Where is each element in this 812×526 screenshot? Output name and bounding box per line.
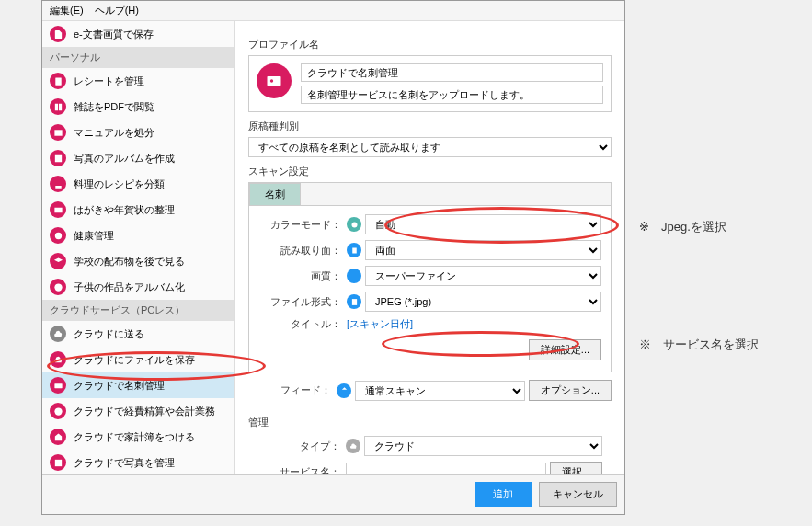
sidebar-item-edoc[interactable]: e-文書画質で保存 bbox=[42, 21, 234, 47]
svg-rect-1 bbox=[54, 207, 62, 212]
recipe-icon bbox=[50, 176, 66, 192]
sidebar-item-label: 写真のアルバムを作成 bbox=[74, 152, 175, 166]
sidebar-item-health[interactable]: 健康管理 bbox=[42, 223, 234, 248]
sidebar-item-cloud-household[interactable]: クラウドで家計簿をつける bbox=[42, 424, 234, 450]
receipt-icon bbox=[50, 73, 66, 89]
doc-type-label: 原稿種判別 bbox=[248, 120, 612, 133]
color-mode-label: カラーモード： bbox=[258, 218, 341, 232]
sidebar-item-label: 子供の作品をアルバム化 bbox=[74, 280, 185, 294]
sidebar-item-label: 学校の配布物を後で見る bbox=[74, 255, 185, 269]
file-format-label: ファイル形式： bbox=[258, 295, 341, 309]
section-personal: パーソナル bbox=[42, 47, 234, 68]
school-icon bbox=[50, 253, 66, 269]
postcard-icon bbox=[50, 201, 66, 218]
sidebar-item-label: クラウドにファイルを保存 bbox=[74, 353, 195, 367]
app-window: 編集(E) ヘルプ(H) e-文書画質で保存 パーソナル レシートを管理 雑誌を… bbox=[41, 0, 625, 515]
svg-point-8 bbox=[270, 79, 273, 82]
sidebar-item-school[interactable]: 学校の配布物を後で見る bbox=[42, 248, 234, 274]
sidebar-item-cloud-file[interactable]: クラウドにファイルを保存 bbox=[42, 347, 234, 372]
sidebar-item-label: クラウドで写真を管理 bbox=[74, 456, 175, 470]
photo-icon bbox=[50, 150, 66, 166]
sidebar-item-manual[interactable]: マニュアルを処分 bbox=[42, 120, 234, 145]
svg-point-2 bbox=[54, 232, 61, 238]
svg-rect-6 bbox=[54, 459, 61, 465]
sidebar-item-label: e-文書画質で保存 bbox=[74, 28, 154, 41]
manage-label: 管理 bbox=[248, 416, 612, 429]
sidebar-item-label: クラウドで名刺管理 bbox=[74, 379, 165, 393]
sidebar-item-cloud-expense[interactable]: クラウドで経費精算や会計業務 bbox=[42, 398, 234, 424]
feed-select[interactable]: 通常スキャン bbox=[355, 381, 525, 401]
sidebar-item-magazine[interactable]: 雑誌をPDFで閲覧 bbox=[42, 94, 234, 120]
tab-card[interactable]: 名刺 bbox=[249, 183, 301, 205]
cancel-button[interactable]: キャンセル bbox=[539, 482, 617, 507]
sidebar-item-label: 雑誌をPDFで閲覧 bbox=[74, 100, 154, 114]
service-label: サービス名： bbox=[257, 465, 340, 474]
color-auto-icon bbox=[347, 217, 361, 232]
select-service-button[interactable]: 選択... bbox=[550, 462, 602, 474]
sidebar-item-photo-album[interactable]: 写真のアルバムを作成 bbox=[42, 145, 234, 171]
quality-label: 画質： bbox=[258, 269, 341, 283]
sidebar-item-receipt[interactable]: レシートを管理 bbox=[42, 68, 234, 94]
sidebar-item-label: 料理のレシピを分類 bbox=[74, 177, 165, 191]
main-panel: プロファイル名 原稿種判別 すべての原稿を名刺として読み取ります スキャン設定 … bbox=[235, 21, 624, 474]
household-icon bbox=[50, 429, 66, 445]
profile-label: プロファイル名 bbox=[248, 38, 612, 51]
scan-settings-label: スキャン設定 bbox=[248, 165, 612, 178]
svg-point-3 bbox=[54, 283, 62, 291]
svg-rect-11 bbox=[351, 299, 356, 305]
manual-icon bbox=[50, 124, 66, 141]
title-value-link[interactable]: [スキャン日付] bbox=[347, 317, 413, 331]
read-side-select[interactable]: 両面 bbox=[365, 240, 601, 260]
svg-rect-0 bbox=[55, 77, 61, 85]
service-name-input[interactable] bbox=[346, 463, 546, 475]
doc-type-select[interactable]: すべての原稿を名刺として読み取ります bbox=[248, 137, 612, 157]
cloud-photo-icon bbox=[50, 454, 66, 471]
sidebar: e-文書画質で保存 パーソナル レシートを管理 雑誌をPDFで閲覧 マニュアルを… bbox=[42, 21, 235, 474]
health-icon bbox=[50, 227, 66, 244]
menubar: 編集(E) ヘルプ(H) bbox=[42, 1, 624, 21]
add-button[interactable]: 追加 bbox=[475, 482, 532, 507]
sidebar-item-label: クラウドで家計簿をつける bbox=[74, 430, 195, 444]
profile-card-icon bbox=[257, 63, 292, 98]
menu-help[interactable]: ヘルプ(H) bbox=[95, 4, 139, 17]
card-icon bbox=[50, 377, 66, 394]
feed-label: フィード： bbox=[248, 383, 331, 397]
feed-icon bbox=[337, 383, 351, 398]
svg-rect-4 bbox=[54, 383, 62, 388]
sidebar-item-kids-art[interactable]: 子供の作品をアルバム化 bbox=[42, 274, 234, 300]
sidebar-item-label: 健康管理 bbox=[74, 229, 114, 243]
read-side-label: 読み取り面： bbox=[258, 244, 341, 257]
sidebar-item-label: クラウドで経費精算や会計業務 bbox=[74, 405, 215, 418]
type-label: タイプ： bbox=[257, 440, 340, 453]
book-icon bbox=[50, 98, 66, 115]
detail-settings-button[interactable]: 詳細設定... bbox=[529, 339, 601, 360]
profile-box bbox=[248, 55, 612, 112]
quality-select[interactable]: スーパーファイン bbox=[365, 266, 601, 286]
quality-icon bbox=[347, 269, 361, 283]
svg-rect-7 bbox=[268, 76, 281, 86]
sidebar-item-label: はがきや年賀状の整理 bbox=[74, 203, 175, 217]
file-format-icon bbox=[347, 294, 361, 309]
sidebar-item-postcard[interactable]: はがきや年賀状の整理 bbox=[42, 197, 234, 223]
profile-name-input[interactable] bbox=[301, 63, 603, 82]
type-select[interactable]: クラウド bbox=[364, 436, 602, 456]
sidebar-item-cloud-photo[interactable]: クラウドで写真を管理 bbox=[42, 450, 234, 474]
menu-edit[interactable]: 編集(E) bbox=[50, 4, 84, 17]
sidebar-item-cloud-card[interactable]: クラウドで名刺管理 bbox=[42, 372, 234, 398]
svg-rect-10 bbox=[352, 247, 357, 253]
section-cloud-pcless: クラウドサービス（PCレス） bbox=[42, 300, 234, 321]
scan-settings-box: 名刺 カラーモード：自動 読み取り面：両面 画質：スーパーファイン ファイル形式… bbox=[248, 182, 612, 372]
art-icon bbox=[50, 279, 66, 295]
option-button[interactable]: オプション... bbox=[529, 380, 612, 401]
sidebar-item-recipe[interactable]: 料理のレシピを分類 bbox=[42, 171, 234, 197]
color-mode-select[interactable]: 自動 bbox=[365, 214, 601, 234]
sidebar-item-cloud-send[interactable]: クラウドに送る bbox=[42, 321, 234, 347]
sidebar-item-label: レシートを管理 bbox=[74, 74, 144, 88]
file-format-select[interactable]: JPEG (*.jpg) bbox=[365, 292, 601, 312]
annotation-text-service: ※ サービス名を選択 bbox=[639, 337, 759, 353]
cloud-icon bbox=[50, 326, 66, 342]
svg-point-5 bbox=[54, 407, 62, 415]
cloud-file-icon bbox=[50, 351, 66, 368]
profile-desc-input[interactable] bbox=[301, 86, 603, 104]
duplex-icon bbox=[347, 243, 361, 257]
